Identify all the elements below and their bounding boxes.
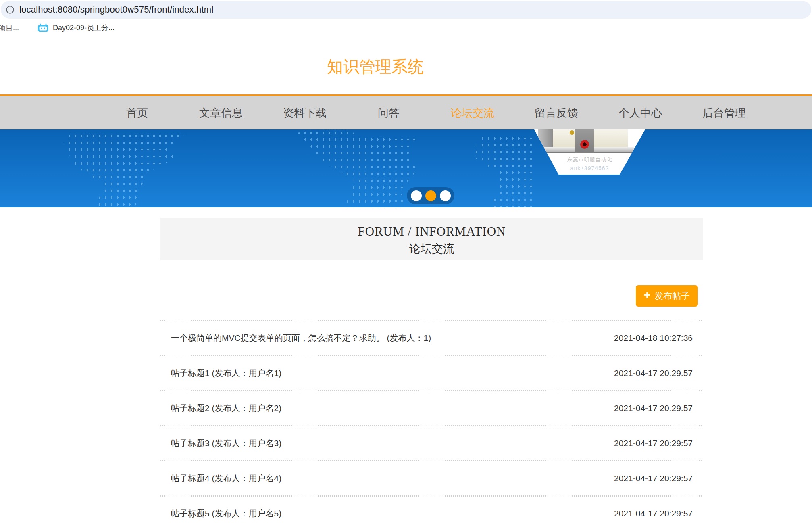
worldmap-dots-center [296, 129, 417, 207]
post-row[interactable]: 帖子标题5 (发布人：用户名5)2021-04-17 20:29:57 [160, 495, 703, 524]
hero-carousel: 东莞市明膳自动化 ank±3974562 [0, 129, 812, 207]
cylinder-midblock [575, 129, 594, 153]
section-title-en: FORUM / INFORMATION [160, 224, 703, 239]
post-title[interactable]: 帖子标题4 (发布人：用户名4) [171, 473, 281, 484]
nav-item-1[interactable]: 文章信息 [179, 96, 263, 129]
post-row[interactable]: 一个极简单的MVC提交表单的页面，怎么搞不定？求助。 (发布人：1)2021-0… [160, 320, 703, 355]
photo-watermark-line1: 东莞市明膳自动化 [534, 156, 645, 163]
post-title[interactable]: 帖子标题1 (发布人：用户名1) [171, 367, 281, 379]
post-title[interactable]: 帖子标题3 (发布人：用户名3) [171, 438, 281, 449]
carousel-indicators [407, 187, 454, 204]
bookmark-item-day02[interactable]: Day02-09-员工分... [53, 23, 115, 33]
bilibili-icon [37, 23, 49, 32]
cylinder-fitting [570, 130, 574, 135]
post-title[interactable]: 帖子标题2 (发布人：用户名2) [171, 403, 281, 414]
section-title-zh: 论坛交流 [160, 241, 703, 257]
nav-item-3[interactable]: 问答 [347, 96, 431, 129]
nav-item-5[interactable]: 留言反馈 [514, 96, 598, 129]
page-info-icon[interactable] [6, 5, 15, 14]
bookmarks-bar: 项目... Day02-09-员工分... [0, 19, 812, 37]
post-time: 2021-04-17 20:29:57 [614, 509, 693, 518]
carousel-dot-1[interactable] [425, 190, 436, 201]
carousel-slide-photo: 东莞市明膳自动化 ank±3974562 [534, 129, 645, 175]
page-title: 知识管理系统 [327, 56, 424, 78]
worldmap-dots-right [474, 135, 534, 207]
nav-menu: 首页文章信息资料下载问答论坛交流留言反馈个人中心后台管理 [95, 96, 766, 129]
post-title[interactable]: 一个极简单的MVC提交表单的页面，怎么搞不定？求助。 (发布人：1) [171, 332, 431, 344]
plus-icon: + [644, 290, 650, 301]
carousel-dot-0[interactable] [411, 190, 422, 201]
nav-item-0[interactable]: 首页 [95, 96, 179, 129]
post-time: 2021-04-17 20:29:57 [614, 403, 693, 413]
cylinder-port [580, 140, 589, 149]
bookmark-item-project[interactable]: 项目... [0, 23, 19, 33]
post-time: 2021-04-17 20:29:57 [614, 438, 693, 448]
section-header: FORUM / INFORMATION 论坛交流 [160, 218, 703, 260]
create-post-label: 发布帖子 [654, 290, 690, 302]
post-time: 2021-04-17 20:29:57 [614, 474, 693, 483]
post-time: 2021-04-18 10:27:36 [614, 333, 693, 343]
post-row[interactable]: 帖子标题1 (发布人：用户名1)2021-04-17 20:29:57 [160, 355, 703, 390]
main-nav: 首页文章信息资料下载问答论坛交流留言反馈个人中心后台管理 [0, 94, 812, 129]
worldmap-dots-left [60, 133, 194, 207]
nav-item-4[interactable]: 论坛交流 [431, 96, 514, 129]
post-list: 一个极简单的MVC提交表单的页面，怎么搞不定？求助。 (发布人：1)2021-0… [160, 320, 703, 524]
url-text[interactable]: localhost:8080/springboot0w575/front/ind… [19, 4, 213, 15]
nav-item-2[interactable]: 资料下载 [263, 96, 347, 129]
nav-item-6[interactable]: 个人中心 [598, 96, 682, 129]
post-title[interactable]: 帖子标题5 (发布人：用户名5) [171, 508, 281, 519]
post-time: 2021-04-17 20:29:57 [614, 368, 693, 378]
post-row[interactable]: 帖子标题4 (发布人：用户名4)2021-04-17 20:29:57 [160, 460, 703, 495]
post-row[interactable]: 帖子标题2 (发布人：用户名2)2021-04-17 20:29:57 [160, 390, 703, 425]
carousel-dot-2[interactable] [440, 190, 451, 201]
photo-watermark-line2: ank±3974562 [534, 165, 645, 171]
create-post-button[interactable]: + 发布帖子 [636, 285, 698, 307]
browser-url-bar[interactable]: localhost:8080/springboot0w575/front/ind… [1, 1, 811, 19]
post-row[interactable]: 帖子标题3 (发布人：用户名3)2021-04-17 20:29:57 [160, 425, 703, 460]
nav-item-7[interactable]: 后台管理 [682, 96, 766, 129]
